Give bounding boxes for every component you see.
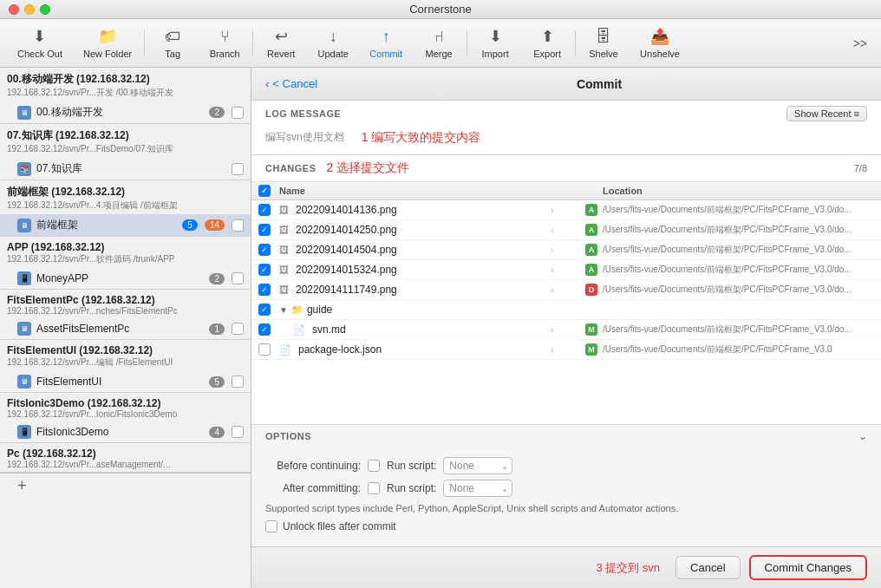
unlock-checkbox[interactable]	[265, 520, 277, 532]
sidebar-item-fitsui[interactable]: 🖥 FitsElementUI 5	[0, 371, 251, 392]
row1-checkbox[interactable]	[258, 204, 271, 216]
before-script-select[interactable]: None	[443, 457, 512, 474]
changes-header: CHANGES 2 选择提交文件 7/8	[251, 155, 881, 182]
after-script-select[interactable]: None	[443, 480, 512, 497]
repo7-subtitle: 192.168.32.12/svn/Pr...Ionic/FitsIonic3D…	[7, 409, 244, 419]
toolbar-update[interactable]: ↓ Update	[307, 24, 359, 62]
row5-checkbox[interactable]	[258, 284, 271, 296]
changes-title-row: CHANGES 2 选择提交文件	[265, 160, 409, 176]
after-checkbox[interactable]	[368, 482, 380, 494]
sidebar-item-moneyapp[interactable]: 📱 MoneyAPP 2	[0, 268, 251, 289]
maximize-button[interactable]	[40, 4, 50, 15]
log-message-section: LOG MESSAGE Show Recent ≡ 编写svn使用文档 1 编写…	[251, 101, 881, 155]
sidebar-repo-4[interactable]: APP (192.168.32.12) 192.168.32.12/svn/Pr…	[0, 237, 251, 268]
toolbar-overflow-button[interactable]: >>	[846, 33, 874, 54]
toolbar-commit[interactable]: ↑ Commit	[359, 24, 413, 62]
file-icon-5: 🖼	[279, 284, 289, 295]
subitem-knowledge-label: 07.知识库	[36, 161, 226, 176]
row6-checkbox[interactable]	[258, 304, 271, 316]
table-row: 🖼 20220914111749.png › D /Users/fits-vue…	[251, 280, 881, 300]
sidebar-group-repo7: FitsIonic3Demo (192.168.32.12) 192.168.3…	[0, 393, 251, 443]
repo5-subtitle: 192.168.32.12/svn/Pr...nches/FitsElement…	[7, 306, 244, 316]
row7-checkbox[interactable]	[258, 323, 271, 336]
repo-icon-7: 📱	[17, 425, 31, 439]
commit-changes-button[interactable]: Commit Changes	[749, 555, 867, 580]
sidebar-item-knowledge[interactable]: 📚 07.知识库	[0, 158, 251, 180]
toolbar-import[interactable]: ⬇ Import	[469, 23, 521, 62]
toolbar-commit-label: Commit	[369, 49, 402, 59]
cancel-button[interactable]: Cancel	[675, 556, 740, 579]
repo3-subtitle: 192.168.32.12/svn/Pr...4.项目编辑 /前端框架	[7, 199, 244, 212]
row4-location: /Users/fits-vue/Documents/前端框架/PC/FitsPC…	[603, 264, 874, 276]
toolbar-merge[interactable]: ⑁ Merge	[413, 24, 465, 62]
sidebar-repo-5[interactable]: FitsElementPc (192.168.32.12) 192.168.32…	[0, 290, 251, 318]
before-run-script-label: Run script:	[387, 460, 436, 472]
sidebar-item-assetfits[interactable]: 🖥 AssetFitsElementPc 1	[0, 318, 251, 339]
toolbar-tag[interactable]: 🏷 Tag	[147, 24, 199, 62]
sidebar-repo-3[interactable]: 前端框架 (192.168.32.12) 192.168.32.12/svn/P…	[0, 180, 251, 214]
row3-checkbox[interactable]	[258, 244, 271, 256]
toolbar-revert-label: Revert	[267, 49, 295, 59]
repo4-title: APP (192.168.32.12)	[7, 241, 244, 253]
unlock-row: Unlock files after commit	[265, 517, 867, 536]
row4-filename: 20220914015324.png	[296, 264, 397, 276]
options-header[interactable]: OPTIONS ⌄	[251, 425, 881, 448]
sidebar-group-repo8: Pc (192.168.32.12) 192.168.32.12/svn/Pr.…	[0, 443, 251, 473]
toolbar-separator-3	[467, 30, 467, 56]
subitem-fitsui-badge: 5	[209, 376, 225, 388]
sidebar-item-00-mobile[interactable]: 🖥 00.移动端开发 2	[0, 101, 251, 123]
sidebar-repo-7[interactable]: FitsIonic3Demo (192.168.32.12) 192.168.3…	[0, 393, 251, 421]
repo-icon: 🖥	[17, 106, 31, 120]
toolbar-branch[interactable]: ⑂ Branch	[199, 24, 251, 62]
show-recent-button[interactable]: Show Recent ≡	[786, 106, 867, 121]
log-section-header: LOG MESSAGE Show Recent ≡	[251, 101, 881, 125]
toolbar-check-out-label: Check Out	[17, 49, 62, 59]
toolbar-separator-4	[575, 30, 576, 56]
row4-checkbox[interactable]	[258, 264, 271, 276]
before-checkbox[interactable]	[368, 460, 380, 472]
sidebar-bottom: +	[0, 473, 251, 499]
close-button[interactable]	[9, 4, 19, 15]
row7-location: /Users/fits-vue/Documents/前端框架/PC/FitsPC…	[603, 323, 874, 336]
before-label: Before continuing:	[265, 460, 361, 472]
bottom-bar: 3 提交到 svn Cancel Commit Changes	[251, 546, 881, 588]
changes-section-title: CHANGES	[265, 163, 317, 173]
sidebar-repo-8[interactable]: Pc (192.168.32.12) 192.168.32.12/svn/Pr.…	[0, 443, 251, 472]
toolbar-new-folder[interactable]: 📁 New Folder	[73, 23, 142, 62]
toolbar-check-out[interactable]: ⬇ Check Out	[7, 23, 73, 62]
after-run-script-label: Run script:	[387, 482, 436, 494]
sidebar-repo-1[interactable]: 00.移动端开发 (192.168.32.12) 192.168.32.12/s…	[0, 68, 251, 101]
sidebar-repo-2[interactable]: 07.知识库 (192.168.32.12) 192.168.32.12/svn…	[0, 124, 251, 158]
unlock-label: Unlock files after commit	[283, 520, 396, 532]
sidebar-repo-6[interactable]: FitsElementUI (192.168.32.12) 192.168.32…	[0, 340, 251, 371]
sidebar-item-frontend[interactable]: 🖥 前端框架 5 14	[0, 214, 251, 236]
toolbar-unshelve[interactable]: 📤 Unshelve	[630, 23, 690, 62]
changes-section: CHANGES 2 选择提交文件 7/8 Name Location	[251, 155, 881, 424]
changes-annotation: 2 选择提交文件	[327, 160, 410, 176]
cancel-nav-button[interactable]: ‹ < Cancel	[265, 77, 317, 90]
changes-table: Name Location 🖼 20220914014136.png › A	[251, 182, 881, 424]
toolbar-shelve[interactable]: 🗄 Shelve	[578, 24, 630, 62]
repo8-title: Pc (192.168.32.12)	[7, 448, 244, 460]
row6-filename: guide	[307, 304, 332, 316]
repo-icon-3: 🖥	[17, 219, 31, 232]
options-content: Before continuing: Run script: None Afte…	[251, 448, 881, 546]
row2-checkbox[interactable]	[258, 224, 271, 236]
shelve-icon: 🗄	[596, 28, 611, 46]
toolbar-revert[interactable]: ↩ Revert	[255, 23, 307, 62]
merge-icon: ⑁	[434, 28, 444, 46]
sidebar-group-repo3: 前端框架 (192.168.32.12) 192.168.32.12/svn/P…	[0, 180, 251, 237]
repo3-title: 前端框架 (192.168.32.12)	[7, 185, 244, 199]
sidebar-item-ionicDemo[interactable]: 📱 FitsIonic3Demo 4	[0, 421, 251, 442]
folder-expand-icon[interactable]: ▼	[279, 305, 288, 315]
content-panel: ‹ < Cancel Commit LOG MESSAGE Show Recen…	[251, 68, 881, 588]
add-repo-button[interactable]: +	[7, 472, 37, 500]
branch-icon: ⑂	[220, 28, 230, 46]
options-hint: Supported script types include Perl, Pyt…	[265, 500, 867, 517]
row8-checkbox[interactable]	[258, 343, 271, 356]
table-row: 🖼 20220914014250.png › A /Users/fits-vue…	[251, 220, 881, 240]
minimize-button[interactable]	[24, 4, 35, 15]
select-all-checkbox[interactable]	[258, 185, 271, 197]
subitem-badge-blue: 5	[182, 219, 198, 231]
toolbar-export[interactable]: ⬆ Export	[521, 23, 573, 62]
